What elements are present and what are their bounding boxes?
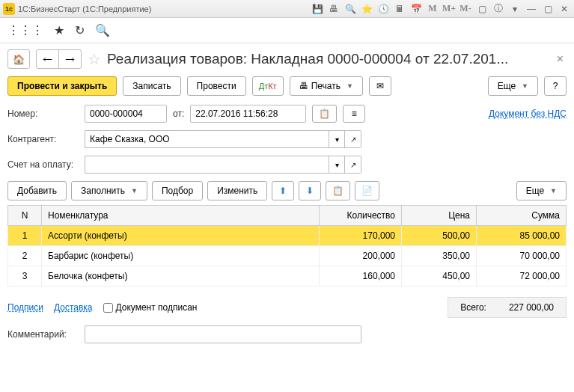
total-box: Всего: 227 000,00 [448,297,567,318]
delivery-link[interactable]: Доставка [54,302,93,313]
invoice-open-icon[interactable]: ↗ [345,156,361,174]
dt-kt-button[interactable]: ДтКт [252,76,284,96]
total-label: Всего: [460,302,486,313]
row-number-date: Номер: от: 📋 ≡ Документ без НДС [7,105,567,123]
invoice-label: Счет на оплату: [7,159,79,170]
cell-name: Ассорти (конфеты) [42,226,320,246]
signed-checkbox[interactable]: Документ подписан [103,302,198,313]
total-value: 227 000,00 [509,302,554,313]
memory-mminus-icon[interactable]: M- [459,2,472,16]
cell-n: 1 [8,226,42,246]
more-actions-button[interactable]: Еще▼ [488,76,538,96]
info-icon[interactable]: ⓘ [492,2,505,16]
col-name[interactable]: Номенклатура [42,206,320,226]
disk-icon[interactable]: 💾 [311,2,324,16]
date-input[interactable] [190,105,306,123]
cell-name: Барбарис (конфеты) [42,246,320,266]
table-row[interactable]: 2Барбарис (конфеты)200,000350,0070 000,0… [8,246,567,266]
cell-sum: 85 000,00 [477,226,567,246]
forward-button[interactable]: 🡒 [58,50,81,68]
close-window-icon[interactable]: ✕ [558,2,571,16]
post-and-close-button[interactable]: Провести и закрыть [7,76,117,96]
table-more-button[interactable]: Еще▼ [516,181,567,200]
row-comment: Комментарий: [7,325,567,343]
edit-button[interactable]: Изменить [207,181,267,200]
comment-input[interactable] [85,325,361,343]
calendar-button[interactable]: 📋 [312,105,337,123]
from-label: от: [173,108,184,119]
calculator-icon[interactable]: 🖩 [393,2,406,16]
col-sum[interactable]: Сумма [477,206,567,226]
chevron-down-icon: ▼ [522,82,528,90]
apps-grid-icon[interactable]: ⋮⋮⋮ [7,23,43,37]
counterparty-input[interactable] [85,130,329,148]
counterparty-dropdown-icon[interactable]: ▾ [329,130,345,148]
move-up-button[interactable]: ⬆ [272,181,294,200]
dropdown-icon[interactable]: ▾ [508,2,522,16]
save-button[interactable]: Записать [123,76,180,96]
move-down-button[interactable]: ⬇ [299,181,321,200]
calendar-icon[interactable]: 📅 [409,2,423,16]
document-title: Реализация товаров: Накладная 0000-00000… [107,51,548,67]
favorite-icon[interactable]: ⭐ [360,2,373,16]
invoice-input[interactable] [85,156,329,174]
memory-m-icon[interactable]: M [426,2,439,16]
col-n[interactable]: N [8,206,42,226]
row-invoice: Счет на оплату: ▾ ↗ [7,156,567,174]
signatures-link[interactable]: Подписи [7,302,43,313]
footer-row: Подписи Доставка Документ подписан Всего… [7,297,567,318]
history-icon[interactable]: 🕓 [376,2,390,16]
fill-button[interactable]: Заполнить▼ [71,181,147,200]
pick-button[interactable]: Подбор [152,181,203,200]
table-row[interactable]: 1Ассорти (конфеты)170,000500,0085 000,00 [8,226,567,246]
minimize-icon[interactable]: — [525,2,538,16]
star-icon[interactable]: ★ [54,23,64,37]
nav-back-forward: 🡐 🡒 [36,49,82,69]
app-logo-icon: 1c [3,3,15,15]
help-button[interactable]: ? [544,76,567,96]
doc-status-button[interactable]: ≡ [343,105,365,123]
row-counterparty: Контрагент: ▾ ↗ [7,130,567,148]
col-price[interactable]: Цена [402,206,477,226]
cell-sum: 72 000,00 [477,266,567,287]
home-button[interactable]: 🏠 [7,49,30,69]
search-icon[interactable]: 🔍 [95,23,110,37]
cell-sum: 70 000,00 [477,246,567,266]
counterparty-open-icon[interactable]: ↗ [345,130,361,148]
printer-icon: 🖶 [299,81,308,91]
paste-button[interactable]: 📄 [355,181,379,200]
panel-icon[interactable]: ▢ [475,2,489,16]
cell-n: 2 [8,246,42,266]
cell-price: 500,00 [402,226,477,246]
back-button[interactable]: 🡐 [37,54,58,65]
close-document-icon[interactable]: × [554,52,567,66]
add-row-button[interactable]: Добавить [7,181,67,200]
cell-price: 350,00 [402,246,477,266]
post-button[interactable]: Провести [187,76,246,96]
cell-name: Белочка (конфеты) [42,266,320,287]
comment-label: Комментарий: [7,329,79,340]
print-icon[interactable]: 🖶 [327,2,341,16]
email-button[interactable]: ✉ [369,76,391,96]
maximize-icon[interactable]: ▢ [541,2,555,16]
number-input[interactable] [85,105,167,123]
print-button[interactable]: 🖶Печать▼ [290,76,363,96]
table-row[interactable]: 3Белочка (конфеты)160,000450,0072 000,00 [8,266,567,287]
cell-qty: 200,000 [320,246,402,266]
items-table: N Номенклатура Количество Цена Сумма 1Ас… [7,205,567,287]
history-list-icon[interactable]: ↻ [75,23,85,37]
cell-price: 450,00 [402,266,477,287]
cell-qty: 170,000 [320,226,402,246]
col-qty[interactable]: Количество [320,206,402,226]
signed-checkbox-input[interactable] [103,303,113,313]
invoice-dropdown-icon[interactable]: ▾ [329,156,345,174]
memory-mplus-icon[interactable]: M+ [442,2,456,16]
copy-button[interactable]: 📋 [326,181,350,200]
table-header-row: N Номенклатура Количество Цена Сумма [8,206,567,226]
counterparty-label: Контрагент: [7,134,79,144]
favorite-doc-icon[interactable]: ☆ [88,50,101,68]
doc-search-icon[interactable]: 🔍 [344,2,357,16]
window-titlebar: 1c 1C:БизнесСтарт (1C:Предприятие) 💾 🖶 🔍… [0,0,574,18]
signed-label: Документ подписан [116,302,198,313]
no-vat-link[interactable]: Документ без НДС [489,108,567,119]
